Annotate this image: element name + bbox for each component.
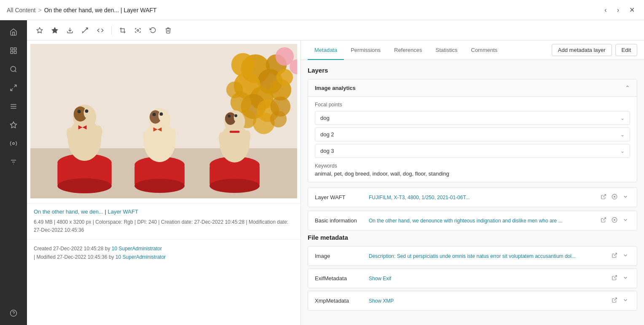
focal-point-dog[interactable]: dog ⌄: [315, 111, 630, 125]
file-metadata-title: File metadata: [308, 234, 637, 241]
image-info: On the other hand, we den... | Layer WAF…: [27, 203, 301, 239]
sidebar-item-home[interactable]: [5, 24, 22, 41]
sidebar-item-flag[interactable]: [5, 116, 22, 133]
sidebar-item-help[interactable]: [5, 305, 22, 322]
layer-waft-actions: [599, 193, 630, 202]
svg-point-79: [234, 114, 237, 117]
toolbar-separator-1: [111, 26, 112, 35]
rotate-button[interactable]: [147, 24, 159, 36]
share-button[interactable]: [79, 24, 91, 36]
breadcrumb-current: On the other hand, we den... | Layer WAF…: [44, 7, 157, 14]
image-title: On the other hand, we den... | Layer WAF…: [34, 209, 294, 215]
add-favorite-button[interactable]: [49, 24, 61, 36]
tab-comments[interactable]: Comments: [464, 41, 504, 60]
top-bar-actions: ‹ › ✕: [602, 4, 637, 16]
svg-marker-11: [11, 122, 17, 128]
split-view: On the other hand, we den... | Layer WAF…: [27, 41, 644, 325]
main-layout: On the other hand, we den... | Layer WAF…: [0, 20, 644, 325]
focal-point-dog3-chevron-icon: ⌄: [620, 148, 625, 154]
layer-waft-open-button[interactable]: [599, 193, 608, 202]
keywords-label: Keywords: [315, 163, 630, 169]
nav-forward-button[interactable]: ›: [614, 4, 622, 16]
tab-permissions[interactable]: Permissions: [344, 41, 387, 60]
favorite-button[interactable]: [34, 24, 46, 36]
file-row-xmp-expand-button[interactable]: [621, 296, 630, 305]
file-row-xmp-value: Show XMP: [369, 298, 606, 304]
tab-references[interactable]: References: [387, 41, 429, 60]
sidebar-item-menu[interactable]: [5, 98, 22, 115]
svg-point-47: [57, 178, 112, 193]
file-row-image: Image Description: Sed ut perspiciatis u…: [308, 246, 637, 266]
sidebar-item-filters[interactable]: [5, 154, 22, 171]
tab-metadata[interactable]: Metadata: [308, 41, 344, 60]
sidebar-item-search[interactable]: [5, 61, 22, 78]
breadcrumb: All Content > On the other hand, we den.…: [7, 7, 157, 14]
file-row-exif-open-button[interactable]: [610, 274, 619, 283]
file-row-image-open-button[interactable]: [610, 252, 619, 260]
file-row-exif-expand-button[interactable]: [621, 274, 630, 283]
focal-point-dog2-chevron-icon: ⌄: [620, 132, 625, 138]
svg-line-93: [614, 298, 617, 301]
svg-line-87: [603, 218, 606, 220]
focal-point-dog-chevron-icon: ⌄: [620, 115, 625, 121]
tab-statistics[interactable]: Statistics: [429, 41, 464, 60]
nav-back-button[interactable]: ‹: [602, 4, 609, 16]
detect-button[interactable]: [132, 24, 144, 36]
image-title-separator: |: [105, 209, 106, 215]
right-panel: Metadata Permissions References Statisti…: [301, 41, 644, 325]
svg-rect-1: [14, 48, 16, 50]
file-row-image-name: Image: [315, 253, 365, 259]
tabs: Metadata Permissions References Statisti…: [301, 41, 644, 60]
basic-info-expand-button[interactable]: [621, 216, 630, 225]
focal-point-dog3[interactable]: dog 3 ⌄: [315, 144, 630, 158]
modified-label: | Modified 27-Dec-2022 10:45:36 by: [34, 254, 114, 260]
image-layer-link[interactable]: Layer WAFT: [107, 209, 138, 215]
edit-button[interactable]: Edit: [615, 44, 637, 56]
accordion-header-image-analytics[interactable]: Image analytics ⌃: [308, 79, 637, 97]
svg-point-42: [226, 81, 243, 98]
add-metadata-layer-button[interactable]: Add metadata layer: [552, 44, 612, 56]
image-container: [27, 41, 301, 203]
basic-info-open-button[interactable]: [599, 216, 608, 225]
svg-point-67: [158, 110, 166, 121]
layer-waft-remove-button[interactable]: [610, 193, 619, 202]
svg-point-50: [134, 179, 185, 193]
toolbar: [27, 20, 644, 41]
sidebar-item-tools[interactable]: [5, 135, 22, 152]
crop-button[interactable]: [117, 24, 129, 36]
image-analytics-accordion: Image analytics ⌃ Focal points dog ⌄ dog…: [308, 79, 637, 182]
layer-waft-expand-button[interactable]: [621, 193, 630, 202]
layers-title: Layers: [308, 67, 637, 74]
download-button[interactable]: [64, 24, 76, 36]
image-panel: On the other hand, we den... | Layer WAF…: [27, 41, 301, 325]
close-button[interactable]: ✕: [627, 4, 637, 16]
file-row-exif: ExifMetadata Show Exif: [308, 268, 637, 288]
file-row-image-actions: [610, 252, 630, 260]
sidebar-item-share[interactable]: [5, 79, 22, 96]
basic-info-actions: [599, 216, 630, 225]
accordion-title-image-analytics: Image analytics: [315, 85, 356, 91]
svg-point-41: [276, 69, 293, 86]
sidebar-item-grid[interactable]: [5, 42, 22, 59]
svg-point-78: [228, 115, 231, 118]
accordion-content-image-analytics: Focal points dog ⌄ dog 2 ⌄ dog 3: [308, 97, 637, 182]
file-row-xmp-open-button[interactable]: [610, 296, 619, 305]
file-row-xmp: XmpMetadata Show XMP: [308, 291, 637, 311]
basic-info-remove-button[interactable]: [610, 216, 619, 225]
basic-info-value: On the other hand, we denounce with righ…: [369, 218, 596, 224]
breadcrumb-all-content[interactable]: All Content: [7, 7, 35, 14]
focal-point-dog2-text: dog 2: [320, 131, 334, 138]
tabs-actions: Add metadata layer Edit: [552, 41, 637, 60]
image-meta: 6.49 MB | 4800 x 3200 px | Colorspace: R…: [34, 218, 294, 234]
focal-point-dog2[interactable]: dog 2 ⌄: [315, 127, 630, 141]
modified-user-link[interactable]: 10 SuperAdministrator: [115, 254, 166, 260]
embed-button[interactable]: [94, 24, 106, 36]
image-title-link[interactable]: On the other hand, we den...: [34, 209, 103, 215]
focal-point-dog-text: dog: [320, 115, 330, 121]
created-user-link[interactable]: 10 SuperAdministrator: [112, 246, 162, 252]
svg-marker-18: [37, 27, 42, 33]
basic-info-row: Basic information On the other hand, we …: [308, 211, 637, 230]
file-row-image-expand-button[interactable]: [621, 252, 630, 260]
svg-point-53: [209, 179, 260, 193]
delete-button[interactable]: [162, 24, 174, 36]
